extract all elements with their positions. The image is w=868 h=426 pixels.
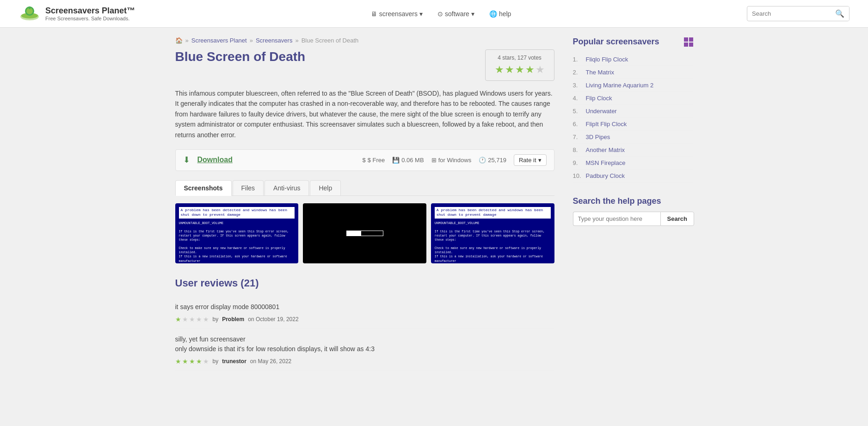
rstar-2: ★: [182, 316, 188, 323]
windows-icon: ⊞: [431, 157, 437, 164]
breadcrumb-screensavers-planet[interactable]: Screensavers Planet: [191, 37, 247, 44]
popular-link-6[interactable]: FlipIt Flip Clock: [586, 121, 627, 128]
popular-title: Popular screensavers: [573, 37, 659, 47]
review-2-stars: ★ ★ ★ ★ ★: [175, 358, 209, 365]
nav-help[interactable]: 🌐 help: [483, 7, 517, 20]
download-bar: ⬇ Download $ $ Free 💾 0.06 MB ⊞ for Wind…: [175, 149, 554, 171]
popular-link-4[interactable]: Flip Clock: [586, 95, 612, 102]
star-1: ★: [495, 64, 504, 76]
review-1-stars: ★ ★ ★ ★ ★: [175, 316, 209, 323]
search-button[interactable]: 🔍: [831, 6, 849, 21]
popular-link-2[interactable]: The Matrix: [586, 69, 614, 76]
main-nav: 🖥 screensavers ▾ ⊙ software ▾ 🌐 help: [144, 7, 738, 20]
review-2-text: silly, yet fun screensaveronly downside …: [175, 335, 554, 354]
monitor-icon: 🖥: [371, 10, 377, 18]
screenshot-3[interactable]: A problem has been detected and windows …: [431, 203, 554, 263]
tabs: Screenshots Files Anti-virus Help: [175, 180, 554, 196]
rstar-3: ★: [189, 316, 195, 323]
rstar-4: ★: [196, 358, 202, 365]
dollar-icon: $: [362, 157, 365, 164]
help-search-section: Search the help pages Search: [573, 196, 693, 226]
review-1-date: on October 19, 2022: [248, 316, 298, 323]
rstar-1: ★: [175, 316, 181, 323]
popular-link-10[interactable]: Padbury Clock: [586, 172, 625, 179]
disk-icon: 💾: [392, 157, 400, 164]
download-link[interactable]: Download: [197, 156, 233, 164]
popular-item-6: 6. FlipIt Flip Clock: [573, 118, 693, 131]
popular-item-2: 2. The Matrix: [573, 66, 693, 79]
rating-text: 4 stars, 127 votes: [493, 55, 547, 61]
main-content: 🏠 » Screensavers Planet » Screensavers »…: [175, 37, 554, 371]
help-search-box: Search: [573, 212, 693, 226]
logo[interactable]: Screensavers Planet™ Free Screensavers. …: [18, 3, 135, 25]
tab-antivirus[interactable]: Anti-virus: [265, 180, 309, 195]
description: This infamous computer bluescreen, often…: [175, 88, 554, 140]
popular-link-7[interactable]: 3D Pipes: [586, 134, 610, 140]
search-input[interactable]: [747, 7, 831, 20]
help-search-button[interactable]: Search: [660, 212, 694, 226]
popular-item-10: 10. Padbury Clock: [573, 170, 693, 183]
review-1: it says error display mode 80000801 ★ ★ …: [175, 297, 554, 329]
logo-icon: [18, 3, 41, 25]
star-2: ★: [505, 64, 514, 76]
popular-link-9[interactable]: MSN Fireplace: [586, 159, 626, 166]
review-2-date: on May 26, 2022: [250, 358, 291, 365]
download-arrow-icon: ⬇: [183, 155, 190, 165]
popular-item-9: 9. MSN Fireplace: [573, 157, 693, 170]
popular-item-3: 3. Living Marine Aquarium 2: [573, 79, 693, 92]
tab-help[interactable]: Help: [310, 180, 341, 195]
screenshot-2[interactable]: [303, 203, 426, 263]
logo-subtitle: Free Screensavers. Safe Downloads.: [45, 16, 135, 21]
logo-title: Screensavers Planet™: [45, 6, 135, 16]
breadcrumb-screensavers[interactable]: Screensavers: [256, 37, 292, 44]
review-2-author: trunestor: [222, 358, 246, 365]
rating-box: 4 stars, 127 votes ★ ★ ★ ★ ★: [485, 49, 554, 81]
sidebar: Popular screensavers 1. Fliqlo Flip Cloc…: [573, 37, 693, 371]
nav-software[interactable]: ⊙ software ▾: [431, 7, 481, 20]
views-badge: 🕐 25,719: [479, 157, 506, 164]
help-search-input[interactable]: [573, 212, 660, 226]
review-1-text: it says error display mode 80000801: [175, 302, 554, 312]
popular-link-1[interactable]: Fliqlo Flip Clock: [586, 56, 628, 63]
popular-item-8: 8. Another Matrix: [573, 144, 693, 157]
popular-list: 1. Fliqlo Flip Clock 2. The Matrix 3. Li…: [573, 53, 693, 183]
star-3: ★: [515, 64, 524, 76]
tab-screenshots[interactable]: Screenshots: [175, 180, 232, 196]
breadcrumb-current: Blue Screen of Death: [302, 37, 359, 44]
review-2: silly, yet fun screensaveronly downside …: [175, 329, 554, 371]
software-icon: ⊙: [437, 10, 443, 18]
review-1-author: Problem: [222, 316, 244, 323]
nav-screensavers[interactable]: 🖥 screensavers ▾: [364, 7, 429, 20]
breadcrumb-home[interactable]: 🏠: [175, 37, 183, 44]
popular-link-5[interactable]: Underwater: [586, 108, 617, 115]
popular-link-8[interactable]: Another Matrix: [586, 146, 625, 153]
windows-logo-icon: [684, 37, 693, 47]
header-search: 🔍: [747, 6, 850, 21]
platform-badge: ⊞ for Windows: [431, 157, 472, 164]
popular-item-4: 4. Flip Clock: [573, 92, 693, 105]
popular-item-1: 1. Fliqlo Flip Clock: [573, 53, 693, 66]
screenshot-1[interactable]: A problem has been detected and windows …: [175, 203, 299, 263]
popular-screensavers-section: Popular screensavers 1. Fliqlo Flip Cloc…: [573, 37, 693, 183]
tab-files[interactable]: Files: [233, 180, 264, 195]
rstar-5: ★: [203, 358, 209, 365]
rstar-5: ★: [203, 316, 209, 323]
popular-item-5: 5. Underwater: [573, 105, 693, 118]
chevron-down-icon: ▾: [471, 10, 474, 18]
chevron-down-icon: ▾: [538, 157, 542, 164]
star-4: ★: [525, 64, 535, 76]
popular-item-7: 7. 3D Pipes: [573, 131, 693, 144]
rstar-4: ★: [196, 316, 202, 323]
breadcrumb-sep: »: [250, 37, 253, 44]
page-title: Blue Screen of Death: [175, 49, 306, 64]
popular-link-3[interactable]: Living Marine Aquarium 2: [586, 82, 654, 89]
star-5: ★: [536, 64, 545, 76]
breadcrumb-sep: »: [185, 37, 189, 44]
size-badge: 💾 0.06 MB: [392, 157, 424, 164]
star-rating: ★ ★ ★ ★ ★: [493, 64, 547, 76]
clock-icon: 🕐: [479, 157, 486, 164]
help-search-title: Search the help pages: [573, 196, 693, 206]
screenshots: A problem has been detected and windows …: [175, 203, 554, 263]
rate-button[interactable]: Rate it ▾: [514, 154, 547, 166]
reviews-title: User reviews (21): [175, 277, 554, 289]
